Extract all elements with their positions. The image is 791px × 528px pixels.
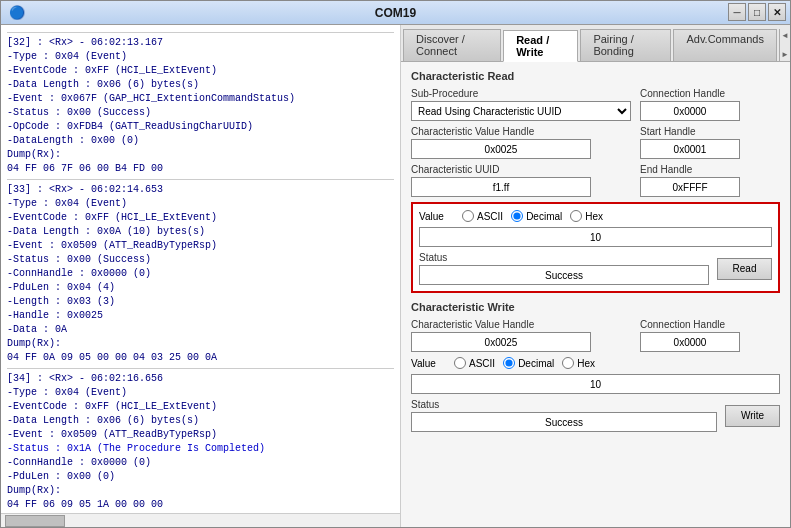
start-handle-input[interactable] bbox=[640, 139, 740, 159]
read-section-title: Characteristic Read bbox=[411, 70, 780, 82]
sub-procedure-label: Sub-Procedure bbox=[411, 88, 632, 99]
decimal-radio-write[interactable]: Decimal bbox=[503, 357, 554, 369]
hex-radio-input-write[interactable] bbox=[562, 357, 574, 369]
log-line: -Event : 0x0509 (ATT_ReadByTypeRsp) bbox=[7, 428, 394, 442]
characteristic-read-section: Characteristic Read Sub-Procedure Read U… bbox=[411, 70, 780, 293]
ascii-radio-input-write[interactable] bbox=[454, 357, 466, 369]
hex-radio-write[interactable]: Hex bbox=[562, 357, 595, 369]
log-line: -Status : 0x00 (Success) bbox=[7, 106, 394, 120]
hex-radio-input-read[interactable] bbox=[570, 210, 582, 222]
log-line: -ConnHandle : 0x0000 (0) bbox=[7, 456, 394, 470]
log-line: 04 FF 06 7F 06 00 B4 FD 00 bbox=[7, 162, 394, 176]
log-horizontal-scrollbar[interactable] bbox=[1, 513, 400, 527]
write-section-title: Characteristic Write bbox=[411, 301, 780, 313]
log-line: -Handle : 0x0025 bbox=[7, 309, 394, 323]
connection-handle-write-input[interactable] bbox=[640, 332, 740, 352]
log-entry-32: [32] : <Rx> - 06:02:13.167 -Type : 0x04 … bbox=[7, 32, 394, 176]
tab-pairing-bonding[interactable]: Pairing / Bonding bbox=[580, 29, 671, 61]
start-handle-group: Start Handle bbox=[640, 126, 780, 159]
log-line: -EventCode : 0xFF (HCI_LE_ExtEvent) bbox=[7, 64, 394, 78]
bluetooth-icon: 🔵 bbox=[9, 5, 25, 20]
log-panel: [32] : <Rx> - 06:02:13.167 -Type : 0x04 … bbox=[1, 25, 401, 527]
ascii-radio-write[interactable]: ASCII bbox=[454, 357, 495, 369]
log-line: -DataLength : 0x00 (0) bbox=[7, 134, 394, 148]
char-uuid-group: Characteristic UUID bbox=[411, 164, 632, 197]
tab-scroll-left-icon[interactable]: ◄ bbox=[781, 31, 789, 40]
sub-procedure-group: Sub-Procedure Read Using Characteristic … bbox=[411, 88, 632, 121]
log-line: [32] : <Rx> - 06:02:13.167 bbox=[7, 36, 394, 50]
status-read-row: Status Read bbox=[419, 252, 772, 285]
log-line: -PduLen : 0x04 (4) bbox=[7, 281, 394, 295]
log-line: -OpCode : 0xFDB4 (GATT_ReadUsingCharUUID… bbox=[7, 120, 394, 134]
main-window: 🔵 COM19 ─ □ ✕ [32] : <Rx> - 06:02:13.167… bbox=[0, 0, 791, 528]
sub-procedure-select[interactable]: Read Using Characteristic UUID Read Char… bbox=[411, 101, 631, 121]
connection-handle-group-read: Connection Handle bbox=[640, 88, 780, 121]
log-line: -PduLen : 0x00 (0) bbox=[7, 470, 394, 484]
minimize-button[interactable]: ─ bbox=[728, 3, 746, 21]
value-input-row-read bbox=[419, 227, 772, 247]
status-read-input bbox=[419, 265, 709, 285]
value-input-write[interactable] bbox=[411, 374, 780, 394]
char-value-handle-group-write: Characteristic Value Handle bbox=[411, 319, 632, 352]
tab-scroll-right-icon[interactable]: ► bbox=[781, 50, 789, 59]
log-hscroll-thumb[interactable] bbox=[5, 515, 65, 527]
hex-radio-read[interactable]: Hex bbox=[570, 210, 603, 222]
ascii-radio-input-read[interactable] bbox=[462, 210, 474, 222]
decimal-radio-input-write[interactable] bbox=[503, 357, 515, 369]
char-uuid-input[interactable] bbox=[411, 177, 591, 197]
end-handle-label: End Handle bbox=[640, 164, 780, 175]
write-handle-row: Characteristic Value Handle Connection H… bbox=[411, 319, 780, 352]
log-line: -Event : 0x0509 (ATT_ReadByTypeRsp) bbox=[7, 239, 394, 253]
read-button[interactable]: Read bbox=[717, 258, 772, 280]
decimal-radio-read[interactable]: Decimal bbox=[511, 210, 562, 222]
char-value-handle-write-label: Characteristic Value Handle bbox=[411, 319, 632, 330]
tab-read-write[interactable]: Read / Write bbox=[503, 30, 578, 62]
decimal-radio-input-read[interactable] bbox=[511, 210, 523, 222]
value-label-write: Value bbox=[411, 358, 446, 369]
value-label-read: Value bbox=[419, 211, 454, 222]
window-title: COM19 bbox=[375, 6, 416, 20]
log-line: -Data Length : 0x0A (10) bytes(s) bbox=[7, 225, 394, 239]
char-value-handle-write-input[interactable] bbox=[411, 332, 591, 352]
char-value-handle-read-input[interactable] bbox=[411, 139, 591, 159]
char-handle-row: Characteristic Value Handle Start Handle bbox=[411, 126, 780, 159]
tab-discover-connect[interactable]: Discover / Connect bbox=[403, 29, 501, 61]
log-line: -Status : 0x1A (The Procedure Is Complet… bbox=[7, 442, 394, 456]
value-radio-row-read: Value ASCII Decimal Hex bbox=[419, 210, 772, 222]
hex-label-write: Hex bbox=[577, 358, 595, 369]
log-entry-34: [34] : <Rx> - 06:02:16.656 -Type : 0x04 … bbox=[7, 368, 394, 512]
status-group-write: Status bbox=[411, 399, 717, 432]
title-bar: 🔵 COM19 ─ □ ✕ bbox=[1, 1, 790, 25]
log-line: [34] : <Rx> - 06:02:16.656 bbox=[7, 372, 394, 386]
log-line: Dump(Rx): bbox=[7, 484, 394, 498]
ascii-radio-read[interactable]: ASCII bbox=[462, 210, 503, 222]
write-button[interactable]: Write bbox=[725, 405, 780, 427]
log-line: Dump(Rx): bbox=[7, 337, 394, 351]
connection-handle-write-label: Connection Handle bbox=[640, 319, 780, 330]
log-line: -Data Length : 0x06 (6) bytes(s) bbox=[7, 414, 394, 428]
ascii-label-read: ASCII bbox=[477, 211, 503, 222]
maximize-button[interactable]: □ bbox=[748, 3, 766, 21]
log-line: -EventCode : 0xFF (HCI_LE_ExtEvent) bbox=[7, 211, 394, 225]
start-handle-label: Start Handle bbox=[640, 126, 780, 137]
log-line: Dump(Rx): bbox=[7, 148, 394, 162]
log-line: [33] : <Rx> - 06:02:14.653 bbox=[7, 183, 394, 197]
log-line: -Data Length : 0x06 (6) bytes(s) bbox=[7, 78, 394, 92]
tab-scrollbar[interactable]: ◄ ► bbox=[779, 29, 790, 61]
uuid-row: Characteristic UUID End Handle bbox=[411, 164, 780, 197]
decimal-label-write: Decimal bbox=[518, 358, 554, 369]
status-write-label: Status bbox=[411, 399, 717, 410]
log-line: -Status : 0x00 (Success) bbox=[7, 253, 394, 267]
char-value-handle-group-read: Characteristic Value Handle bbox=[411, 126, 632, 159]
read-button-container: Read bbox=[717, 258, 772, 280]
value-input-read[interactable] bbox=[419, 227, 772, 247]
close-button[interactable]: ✕ bbox=[768, 3, 786, 21]
tab-adv-commands[interactable]: Adv.Commands bbox=[673, 29, 776, 61]
log-entry-33: [33] : <Rx> - 06:02:14.653 -Type : 0x04 … bbox=[7, 179, 394, 365]
end-handle-input[interactable] bbox=[640, 177, 740, 197]
end-handle-group: End Handle bbox=[640, 164, 780, 197]
title-controls: ─ □ ✕ bbox=[728, 3, 786, 21]
log-content[interactable]: [32] : <Rx> - 06:02:13.167 -Type : 0x04 … bbox=[1, 25, 400, 513]
char-uuid-label: Characteristic UUID bbox=[411, 164, 632, 175]
connection-handle-read-input[interactable] bbox=[640, 101, 740, 121]
